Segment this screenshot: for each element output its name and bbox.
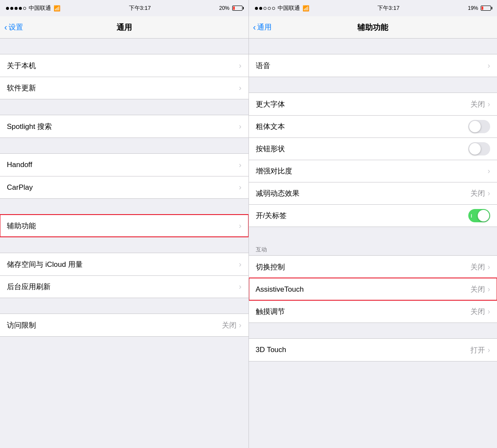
battery-fill (233, 6, 235, 10)
r-dot-5 (272, 7, 275, 10)
right-signal-dots (255, 7, 275, 10)
spacer-2 (0, 99, 248, 115)
button-shapes-toggle[interactable] (468, 142, 490, 155)
signal-dots (6, 7, 26, 10)
item-spotlight[interactable]: Spotlight 搜索 › (0, 115, 248, 137)
interaction-section-label: 互动 (249, 242, 497, 255)
item-carplay[interactable]: CarPlay › (0, 176, 248, 198)
carrier-label: 中国联通 (29, 4, 51, 12)
right-settings-content: 语音 › 更大字体 关闭 › 粗体文本 按钮形状 (249, 39, 497, 448)
left-back-button[interactable]: ‹ 设置 (4, 22, 23, 32)
item-restrictions[interactable]: 访问限制 关闭 › (0, 314, 248, 336)
left-status-right: 20% (219, 5, 242, 11)
r-group-voice: 语音 › (249, 54, 497, 77)
chevron-voice: › (488, 61, 490, 70)
right-status-left: 中国联通 📶 (255, 4, 309, 12)
bold-text-toggle[interactable] (468, 120, 490, 133)
r-spacer-top (249, 39, 497, 54)
item-carplay-label: CarPlay (7, 183, 239, 192)
item-larger-text[interactable]: 更大字体 关闭 › (249, 93, 497, 115)
item-bold-text-label: 粗体文本 (256, 122, 469, 131)
r-spacer-3 (249, 323, 497, 338)
dot-3 (15, 7, 18, 10)
chevron-reduce-motion: › (488, 189, 490, 198)
item-reduce-motion-value: 关闭 (470, 188, 485, 198)
item-voice[interactable]: 语音 › (249, 54, 497, 77)
item-storage-label: 储存空间与 iCloud 用量 (7, 260, 239, 269)
right-time-label: 下午3:17 (377, 4, 399, 12)
group-6: 访问限制 关闭 › (0, 314, 248, 337)
item-3dtouch[interactable]: 3D Touch 打开 › (249, 339, 497, 361)
item-background-refresh[interactable]: 后台应用刷新 › (0, 275, 248, 298)
button-shapes-knob (469, 143, 481, 155)
left-status-left: 中国联通 📶 (6, 4, 60, 12)
right-back-button[interactable]: ‹ 通用 (253, 22, 272, 32)
chevron-accessibility: › (239, 221, 242, 230)
chevron-background-refresh: › (239, 282, 242, 291)
right-battery-fill (482, 6, 483, 10)
right-phone-panel: 中国联通 📶 下午3:17 19% ‹ 通用 辅助功能 语音 › (249, 0, 497, 448)
chevron-carplay: › (239, 183, 242, 192)
item-spotlight-label: Spotlight 搜索 (7, 122, 239, 131)
group-1: 关于本机 › 软件更新 › (0, 54, 248, 99)
item-touch-accommodations[interactable]: 触摸调节 关闭 › (249, 300, 497, 323)
chevron-switch-control: › (488, 263, 490, 272)
back-chevron-icon: ‹ (4, 23, 7, 31)
item-on-off-labels[interactable]: 开/关标签 I (249, 204, 497, 227)
right-battery-percent: 19% (468, 5, 478, 11)
right-wifi-icon: 📶 (302, 5, 309, 12)
r-spacer-bottom (249, 361, 497, 377)
on-off-labels-toggle-container: I (468, 209, 490, 222)
spacer-3 (0, 138, 248, 153)
item-on-off-labels-label: 开/关标签 (256, 211, 469, 221)
r-group-3dtouch: 3D Touch 打开 › (249, 338, 497, 361)
item-larger-text-label: 更大字体 (256, 99, 471, 109)
bold-text-toggle-container (468, 120, 490, 133)
item-storage[interactable]: 储存空间与 iCloud 用量 › (0, 253, 248, 275)
item-reduce-motion[interactable]: 减弱动态效果 关闭 › (249, 182, 497, 204)
item-software-update[interactable]: 软件更新 › (0, 77, 248, 99)
chevron-increase-contrast: › (488, 167, 490, 176)
chevron-software-update: › (239, 84, 242, 93)
chevron-about: › (239, 61, 242, 70)
right-battery-body (481, 6, 491, 11)
left-phone-panel: 中国联通 📶 下午3:17 20% ‹ 设置 通用 关于本机 › (0, 0, 248, 448)
item-reduce-motion-label: 减弱动态效果 (256, 188, 471, 198)
item-button-shapes[interactable]: 按钮形状 (249, 137, 497, 160)
r-spacer-1 (249, 77, 497, 93)
r-dot-3 (263, 7, 266, 10)
chevron-3dtouch: › (488, 346, 490, 355)
item-software-update-label: 软件更新 (7, 83, 239, 93)
item-assistivetouch[interactable]: AssistiveTouch 关闭 › (249, 278, 497, 300)
item-restrictions-label: 访问限制 (7, 320, 222, 330)
item-touch-accommodations-label: 触摸调节 (256, 307, 471, 317)
item-about-label: 关于本机 (7, 61, 239, 71)
wifi-icon: 📶 (54, 5, 60, 12)
chevron-spotlight: › (239, 122, 242, 131)
right-status-right: 19% (468, 5, 491, 11)
dot-4 (19, 7, 22, 10)
bold-text-knob (469, 121, 481, 132)
chevron-touch-accommodations: › (488, 307, 490, 316)
item-bold-text[interactable]: 粗体文本 (249, 115, 497, 137)
on-off-labels-toggle[interactable]: I (468, 209, 490, 222)
item-switch-control[interactable]: 切换控制 关闭 › (249, 256, 497, 278)
dot-2 (10, 7, 13, 10)
spacer-5 (0, 237, 248, 253)
battery-percent: 20% (219, 5, 229, 11)
item-handoff[interactable]: Handoff › (0, 154, 248, 176)
group-5: 储存空间与 iCloud 用量 › 后台应用刷新 › (0, 253, 248, 298)
r-spacer-2 (249, 227, 497, 242)
chevron-restrictions: › (239, 321, 242, 330)
right-battery-box (481, 6, 491, 11)
item-accessibility[interactable]: 辅助功能 › (0, 215, 248, 237)
item-accessibility-label: 辅助功能 (7, 221, 239, 231)
r-dot-4 (268, 7, 271, 10)
item-assistivetouch-value: 关闭 (470, 284, 485, 294)
item-about[interactable]: 关于本机 › (0, 54, 248, 77)
left-settings-content: 关于本机 › 软件更新 › Spotlight 搜索 › Handoff › (0, 39, 248, 448)
right-status-bar: 中国联通 📶 下午3:17 19% (249, 0, 497, 16)
left-nav-title: 通用 (117, 22, 132, 33)
button-shapes-toggle-container (468, 142, 490, 155)
item-increase-contrast[interactable]: 增强对比度 › (249, 160, 497, 182)
